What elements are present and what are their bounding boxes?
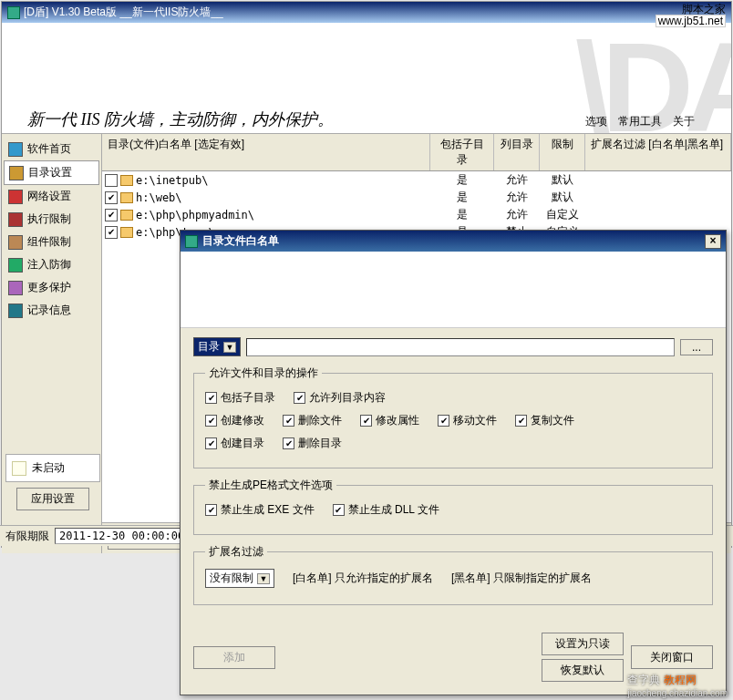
row-checkbox[interactable]: ✔ [105, 226, 118, 239]
chk-mod-attr[interactable]: ✔修改属性 [360, 413, 419, 428]
dialog-list-area [181, 252, 726, 328]
col-sub: 包括子目录 [430, 134, 494, 170]
menu-about[interactable]: 关于 [673, 114, 695, 129]
folder-icon [120, 210, 133, 221]
chk-del-dir[interactable]: ✔删除目录 [283, 436, 342, 451]
sidebar-item-2[interactable]: 网络设置 [4, 185, 99, 208]
watermark-bottom: 查字典 教程网 jiaocheng.chazidian.com [627, 673, 728, 698]
banner: \DA 新一代 IIS 防火墙，主动防御，内外保护。 选项 常用工具 关于 [2, 23, 731, 134]
sidebar-icon [8, 304, 23, 318]
allow-ops-group: 允许文件和目录的操作 ✔包括子目录 ✔允许列目录内容 ✔创建修改 ✔删除文件 ✔… [193, 365, 713, 468]
banner-menu: 选项 常用工具 关于 [585, 114, 695, 129]
app-title: [D盾] V1.30 Beta版 __新一代IIS防火墙__ [24, 5, 726, 20]
app-icon [7, 6, 20, 19]
chk-move-file[interactable]: ✔移动文件 [438, 413, 497, 428]
menu-options[interactable]: 选项 [585, 114, 607, 129]
close-button[interactable]: 关闭窗口 [631, 645, 713, 669]
sidebar-item-5[interactable]: 注入防御 [4, 253, 99, 276]
apply-button[interactable]: 应用设置 [16, 488, 89, 510]
menu-tools[interactable]: 常用工具 [618, 114, 662, 129]
sidebar-item-4[interactable]: 组件限制 [4, 231, 99, 253]
status-square-icon [12, 461, 26, 476]
ext-hint-white: [白名单] 只允许指定的扩展名 [293, 571, 433, 586]
sidebar-icon [9, 166, 24, 180]
dialog-app-icon [185, 235, 198, 248]
sidebar-item-label: 执行限制 [27, 211, 71, 227]
table-row[interactable]: e:\inetpub\是允许默认 [102, 171, 731, 189]
chk-block-dll[interactable]: ✔禁止生成 DLL 文件 [333, 502, 439, 518]
chk-create-edit[interactable]: ✔创建修改 [205, 413, 264, 428]
path-input[interactable] [246, 338, 675, 356]
sidebar-item-1[interactable]: 目录设置 [4, 160, 99, 185]
row-checkbox[interactable]: ✔ [105, 209, 118, 221]
pe-block-group: 禁止生成PE格式文件选项 ✔禁止生成 EXE 文件 ✔禁止生成 DLL 文件 [193, 478, 713, 535]
sidebar-icon [8, 258, 23, 273]
expire-label: 有限期限 [5, 529, 49, 544]
row-checkbox[interactable]: ✔ [105, 191, 118, 204]
sidebar-item-label: 软件首页 [27, 141, 71, 157]
add-button[interactable]: 添加 [193, 646, 275, 669]
sidebar-item-3[interactable]: 执行限制 [4, 208, 99, 231]
sidebar-item-label: 网络设置 [27, 189, 71, 204]
whitelist-dialog: 目录文件白名单 × 目录▼ ... 允许文件和目录的操作 ✔包括子目录 ✔允许列… [180, 230, 727, 695]
folder-icon [120, 227, 133, 238]
sidebar-icon [8, 281, 23, 295]
sidebar-item-6[interactable]: 更多保护 [4, 276, 99, 299]
sidebar-item-label: 目录设置 [28, 165, 72, 180]
table-row[interactable]: ✔h:\web\是允许默认 [102, 189, 731, 206]
col-limit: 限制 [540, 134, 585, 170]
sidebar-item-label: 组件限制 [27, 234, 71, 250]
expire-value: 2011-12-30 00:00:00 [55, 528, 189, 544]
type-select[interactable]: 目录▼ [193, 337, 241, 356]
sidebar-item-0[interactable]: 软件首页 [4, 138, 99, 160]
ext-filter-legend: 扩展名过滤 [205, 544, 267, 560]
slogan: 新一代 IIS 防火墙，主动防御，内外保护。 [27, 108, 334, 130]
ext-filter-select[interactable]: 没有限制▼ [205, 569, 274, 588]
dialog-titlebar: 目录文件白名单 × [181, 231, 726, 252]
status-box: 未启动 [5, 454, 100, 482]
folder-icon [120, 175, 133, 186]
chk-list-dir[interactable]: ✔允许列目录内容 [294, 390, 386, 406]
dialog-title: 目录文件白名单 [202, 233, 705, 249]
sidebar-icon [8, 142, 23, 157]
readonly-button[interactable]: 设置为只读 [542, 633, 624, 655]
sidebar-item-label: 注入防御 [27, 257, 71, 273]
pe-block-legend: 禁止生成PE格式文件选项 [205, 478, 336, 493]
allow-ops-legend: 允许文件和目录的操作 [205, 365, 322, 381]
row-checkbox[interactable] [105, 174, 118, 187]
browse-button[interactable]: ... [680, 339, 713, 355]
watermark-top: 脚本之家 www.jb51.net [656, 4, 726, 27]
chevron-down-icon: ▼ [257, 573, 270, 584]
chk-create-dir[interactable]: ✔创建目录 [205, 436, 264, 451]
sidebar-icon [8, 190, 23, 204]
chk-include-sub[interactable]: ✔包括子目录 [205, 390, 275, 406]
close-icon[interactable]: × [705, 234, 721, 249]
chk-del-file[interactable]: ✔删除文件 [283, 413, 342, 428]
ext-hint-black: [黑名单] 只限制指定的扩展名 [451, 571, 592, 586]
table-header: 目录(文件)白名单 [选定有效] 包括子目录 列目录 限制 扩展名过滤 [白名单… [102, 134, 731, 171]
col-list: 列目录 [494, 134, 540, 170]
main-titlebar: [D盾] V1.30 Beta版 __新一代IIS防火墙__ [2, 2, 731, 23]
sidebar-item-7[interactable]: 记录信息 [4, 299, 99, 322]
restore-button[interactable]: 恢复默认 [542, 659, 624, 682]
chevron-down-icon: ▼ [223, 342, 236, 353]
sidebar-icon [8, 212, 23, 227]
table-row[interactable]: ✔e:\php\phpmyadmin\是允许自定义 [102, 206, 731, 223]
col-ext: 扩展名过滤 [白名单|黑名单] [585, 134, 731, 170]
chk-block-exe[interactable]: ✔禁止生成 EXE 文件 [205, 502, 315, 518]
col-path: 目录(文件)白名单 [选定有效] [102, 134, 430, 170]
sidebar-item-label: 记录信息 [27, 303, 71, 318]
chk-copy-file[interactable]: ✔复制文件 [515, 413, 574, 428]
sidebar-icon [8, 235, 23, 250]
folder-icon [120, 192, 133, 203]
sidebar-item-label: 更多保护 [27, 280, 71, 295]
status-text: 未启动 [32, 460, 65, 476]
ext-filter-group: 扩展名过滤 没有限制▼ [白名单] 只允许指定的扩展名 [黑名单] 只限制指定的… [193, 544, 713, 605]
